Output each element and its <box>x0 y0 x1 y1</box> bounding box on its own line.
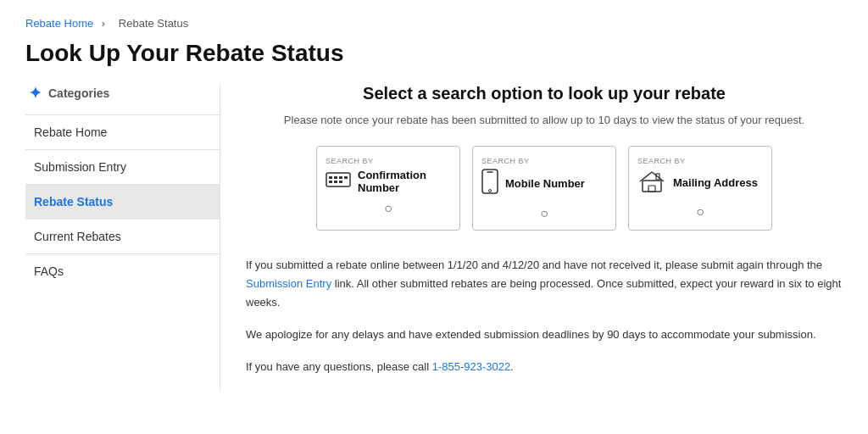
info-section: If you submitted a rebate online between… <box>246 256 843 376</box>
search-card-confirmation[interactable]: SEARCH BY <box>316 146 460 231</box>
submission-entry-link[interactable]: Submission Entry <box>246 277 331 290</box>
sidebar: ✦ Categories Rebate Home Submission Entr… <box>25 84 220 390</box>
breadcrumb: Rebate Home › Rebate Status <box>25 17 843 30</box>
info-p1-text2: link. All other submitted rebates are be… <box>246 277 841 309</box>
search-cards: SEARCH BY <box>246 146 843 231</box>
categories-label: Categories <box>48 86 109 100</box>
svg-rect-1 <box>329 176 332 179</box>
card-header-mobile: Mobile Number <box>481 169 607 199</box>
categories-icon: ✦ <box>29 84 42 103</box>
sidebar-item-current-rebates[interactable]: Current Rebates <box>25 219 220 253</box>
svg-rect-4 <box>344 176 348 179</box>
card-label-confirmation: SEARCH BY <box>326 157 451 165</box>
sidebar-link-rebate-home[interactable]: Rebate Home <box>25 115 220 149</box>
info-paragraph-1: If you submitted a rebate online between… <box>246 256 843 312</box>
card-radio-confirmation[interactable]: ○ <box>326 201 451 216</box>
svg-rect-2 <box>334 176 337 179</box>
sidebar-item-rebate-home[interactable]: Rebate Home <box>25 114 220 149</box>
breadcrumb-separator: › <box>102 17 105 30</box>
info-p3-text1: If you have any questions, please call <box>246 360 432 373</box>
svg-point-10 <box>489 189 492 192</box>
breadcrumb-home-link[interactable]: Rebate Home <box>25 17 93 30</box>
sidebar-item-submission-entry[interactable]: Submission Entry <box>25 149 220 184</box>
card-header-confirmation: Confirmation Number <box>326 169 451 194</box>
card-label-mobile: SEARCH BY <box>481 157 607 165</box>
search-subtitle: Please note once your rebate has been su… <box>246 112 843 129</box>
card-radio-mailing[interactable]: ○ <box>637 204 763 220</box>
sidebar-link-submission-entry[interactable]: Submission Entry <box>25 150 220 184</box>
page-title: Look Up Your Rebate Status <box>25 40 843 67</box>
svg-rect-12 <box>648 186 655 192</box>
search-card-mailing[interactable]: SEARCH BY <box>628 146 772 231</box>
sidebar-link-faqs[interactable]: FAQs <box>25 254 220 288</box>
svg-rect-7 <box>339 181 342 183</box>
card-title-confirmation: Confirmation Number <box>358 169 451 194</box>
card-title-mobile: Mobile Number <box>505 177 585 190</box>
main-content: Select a search option to look up your r… <box>220 84 843 390</box>
info-paragraph-2: We apologize for any delays and have ext… <box>246 326 843 344</box>
card-radio-mobile[interactable]: ○ <box>481 206 607 221</box>
svg-rect-5 <box>329 181 332 183</box>
info-p3-text2: . <box>510 360 514 373</box>
sidebar-nav: Rebate Home Submission Entry Rebate Stat… <box>25 114 220 288</box>
card-label-mailing: SEARCH BY <box>637 157 763 165</box>
phone-link[interactable]: 1-855-923-3022 <box>432 360 511 373</box>
svg-rect-0 <box>326 173 350 186</box>
info-p1-text1: If you submitted a rebate online between… <box>246 259 822 271</box>
confirmation-icon <box>326 170 351 192</box>
content-area: ✦ Categories Rebate Home Submission Entr… <box>25 84 843 390</box>
mailing-icon <box>637 169 666 198</box>
svg-rect-6 <box>334 181 337 183</box>
sidebar-link-rebate-status[interactable]: Rebate Status <box>25 185 220 219</box>
sidebar-categories-header: ✦ Categories <box>25 84 220 103</box>
page-wrapper: Rebate Home › Rebate Status Look Up Your… <box>0 0 868 407</box>
svg-rect-3 <box>339 176 342 179</box>
sidebar-link-current-rebates[interactable]: Current Rebates <box>25 220 220 253</box>
mobile-icon <box>481 169 498 199</box>
search-heading: Select a search option to look up your r… <box>246 84 843 103</box>
info-paragraph-3: If you have any questions, please call 1… <box>246 358 843 376</box>
card-header-mailing: Mailing Address <box>637 169 763 198</box>
card-title-mailing: Mailing Address <box>673 176 758 189</box>
search-card-mobile[interactable]: SEARCH BY Mobile Number ○ <box>472 146 616 231</box>
sidebar-item-rebate-status[interactable]: Rebate Status <box>25 184 220 219</box>
breadcrumb-current: Rebate Status <box>119 17 188 30</box>
search-section: Select a search option to look up your r… <box>246 84 843 231</box>
sidebar-item-faqs[interactable]: FAQs <box>25 253 220 288</box>
